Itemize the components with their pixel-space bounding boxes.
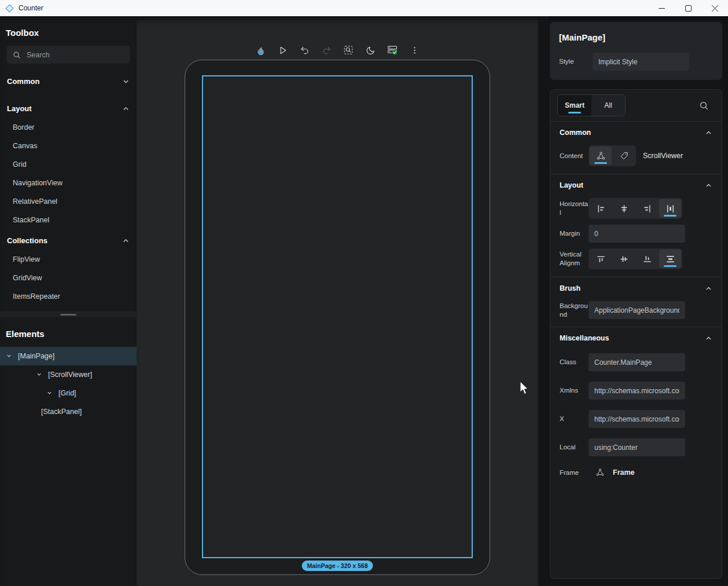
h-align-right-button[interactable] xyxy=(636,199,658,218)
window-controls xyxy=(648,0,728,16)
h-align-center-button[interactable] xyxy=(613,199,635,218)
background-row: Background xyxy=(550,298,722,322)
tree-item-grid[interactable]: [Grid] xyxy=(0,384,137,402)
vertical-alignment-row: Vertical Alignm xyxy=(550,246,722,272)
align-center-v-icon xyxy=(619,254,629,264)
style-input[interactable] xyxy=(593,53,689,71)
toolbox-search[interactable] xyxy=(7,46,130,64)
element-mode-button[interactable] xyxy=(590,146,612,165)
section-common[interactable]: Common xyxy=(550,122,722,142)
content-mode-group xyxy=(589,145,636,166)
horizontal-label: Horizontal xyxy=(560,200,589,217)
toolbox-item-grid[interactable]: Grid xyxy=(0,155,137,174)
local-label: Local xyxy=(560,443,589,452)
toolbox-item-gridview[interactable]: GridView xyxy=(0,269,137,287)
chevron-up-icon xyxy=(705,285,712,292)
background-label: Background xyxy=(560,302,589,319)
h-align-stretch-button[interactable] xyxy=(659,199,681,218)
tag-icon xyxy=(619,151,629,161)
xmlns-input[interactable] xyxy=(589,382,685,400)
design-canvas[interactable]: MainPage - 320 x 568 xyxy=(137,16,538,586)
tree-item-scrollviewer[interactable]: [ScrollViewer] xyxy=(0,365,137,384)
xmlns-label: Xmlns xyxy=(560,386,589,395)
v-align-stretch-button[interactable] xyxy=(659,250,681,268)
tab-switcher: Smart All xyxy=(557,94,626,116)
properties-search-icon[interactable] xyxy=(699,101,709,111)
toolbox-item-navigationview[interactable]: NavigationView xyxy=(0,174,137,192)
toolbox-item-border[interactable]: Border xyxy=(0,118,137,137)
chevron-down-icon[interactable] xyxy=(36,371,43,378)
chevron-up-icon xyxy=(122,105,130,112)
tree-item-mainpage[interactable]: [MainPage] xyxy=(0,347,137,365)
h-align-left-button[interactable] xyxy=(590,199,612,218)
frame-value[interactable]: Frame xyxy=(613,468,635,477)
toolbox-section-collections[interactable]: Collections xyxy=(0,230,137,250)
device-frame[interactable]: MainPage - 320 x 568 xyxy=(185,60,490,575)
align-right-icon xyxy=(642,204,652,214)
toolbox-item-stackpanel[interactable]: StackPanel xyxy=(0,211,137,229)
content-value: ScrollViewer xyxy=(643,152,683,160)
class-label: Class xyxy=(560,358,589,367)
stretch-h-icon xyxy=(666,204,675,214)
toolbox-search-input[interactable] xyxy=(27,51,124,59)
tab-all[interactable]: All xyxy=(591,95,625,116)
canvas-toolbar xyxy=(252,42,423,58)
canvas-panel-divider xyxy=(538,16,549,586)
chevron-down-icon xyxy=(122,78,130,85)
minimize-button[interactable] xyxy=(648,0,675,16)
maximize-button[interactable] xyxy=(675,0,701,16)
content-row: Content xyxy=(550,142,722,169)
toolbox-item-canvas[interactable]: Canvas xyxy=(0,137,137,155)
mouse-cursor xyxy=(519,381,530,396)
margin-row: Margin xyxy=(550,222,722,246)
elements-panel: Elements [MainPage] [ScrollViewer] xyxy=(0,317,137,586)
toolbox-section-layout[interactable]: Layout xyxy=(0,98,137,118)
close-button[interactable] xyxy=(701,0,728,16)
moon-icon xyxy=(365,45,376,56)
toolbox-item-itemsrepeater[interactable]: ItemsRepeater xyxy=(0,287,137,306)
window-title: Counter xyxy=(19,4,43,12)
local-input[interactable] xyxy=(589,438,685,456)
toolbox-item-relativepanel[interactable]: RelativePanel xyxy=(0,192,137,211)
toolbox-section-common[interactable]: Common xyxy=(0,71,137,91)
elements-title: Elements xyxy=(0,317,137,347)
section-layout[interactable]: Layout xyxy=(550,174,722,195)
v-align-center-button[interactable] xyxy=(613,250,635,268)
x-input[interactable] xyxy=(589,410,685,428)
theme-toggle-button[interactable] xyxy=(362,42,379,58)
margin-input[interactable] xyxy=(589,225,685,243)
style-label: Style xyxy=(559,57,593,65)
class-input[interactable] xyxy=(589,353,685,371)
selected-element-title: [MainPage] xyxy=(559,32,713,42)
stretch-v-icon xyxy=(666,254,675,264)
play-button[interactable] xyxy=(274,42,291,58)
kebab-menu-icon xyxy=(410,46,419,55)
connection-status-button[interactable] xyxy=(384,42,401,58)
x-label: X xyxy=(560,415,589,423)
content-label: Content xyxy=(560,152,589,160)
section-miscellaneous[interactable]: Miscellaneous xyxy=(550,327,722,348)
panel-splitter[interactable] xyxy=(0,312,137,317)
tab-smart[interactable]: Smart xyxy=(558,95,591,116)
section-brush[interactable]: Brush xyxy=(550,277,722,298)
xmlns-row: Xmlns xyxy=(550,379,722,402)
frame-label: Frame xyxy=(560,468,589,477)
tag-mode-button[interactable] xyxy=(613,146,635,165)
undo-button[interactable] xyxy=(296,42,313,58)
v-align-top-button[interactable] xyxy=(590,250,612,268)
v-align-bottom-button[interactable] xyxy=(636,250,658,268)
zoom-region-button[interactable] xyxy=(340,42,357,58)
background-input[interactable] xyxy=(589,301,685,319)
more-options-button[interactable] xyxy=(406,42,423,58)
redo-button[interactable] xyxy=(318,42,335,58)
vertical-label: Vertical Alignm xyxy=(560,250,589,268)
chevron-down-icon[interactable] xyxy=(46,390,53,397)
server-check-icon xyxy=(387,44,399,56)
tree-item-stackpanel[interactable]: [StackPanel] xyxy=(0,402,137,421)
toolbox-item-flipview[interactable]: FlipView xyxy=(0,250,137,269)
properties-tabs: Smart All xyxy=(550,90,722,122)
chevron-down-icon[interactable] xyxy=(6,353,13,360)
mainpage-selection[interactable] xyxy=(202,75,473,558)
hot-reload-button[interactable] xyxy=(252,42,269,58)
horizontal-alignment-group xyxy=(589,198,682,219)
